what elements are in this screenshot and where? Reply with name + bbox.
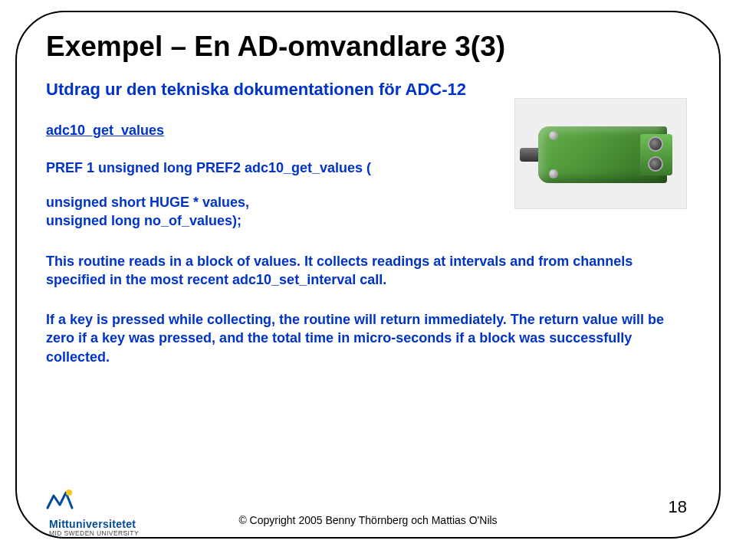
- connector-screw-icon: [549, 131, 558, 140]
- description-para-1: This routine reads in a block of values.…: [46, 252, 675, 290]
- description-para-2: If a key is pressed while collecting, th…: [46, 310, 675, 366]
- page-number: 18: [669, 497, 687, 517]
- connector-screw-icon: [549, 169, 558, 178]
- slide: Exempel – En AD-omvandlare 3(3) Utdrag u…: [0, 0, 736, 560]
- logo-line-2: MID SWEDEN UNIVERSITY: [49, 530, 139, 537]
- copyright-text: © Copyright 2005 Benny Thörnberg och Mat…: [0, 514, 736, 526]
- slide-content: Exempel – En AD-omvandlare 3(3) Utdrag u…: [46, 31, 690, 468]
- connector-port-icon: [648, 136, 663, 152]
- signature-param-2: unsigned long no_of_values);: [46, 211, 690, 230]
- slide-title: Exempel – En AD-omvandlare 3(3): [46, 31, 690, 63]
- connector-photo: [514, 98, 687, 209]
- svg-point-0: [66, 490, 72, 496]
- connector-port-icon: [648, 156, 663, 172]
- slide-subtitle: Utdrag ur den tekniska dokumentationen f…: [46, 80, 690, 100]
